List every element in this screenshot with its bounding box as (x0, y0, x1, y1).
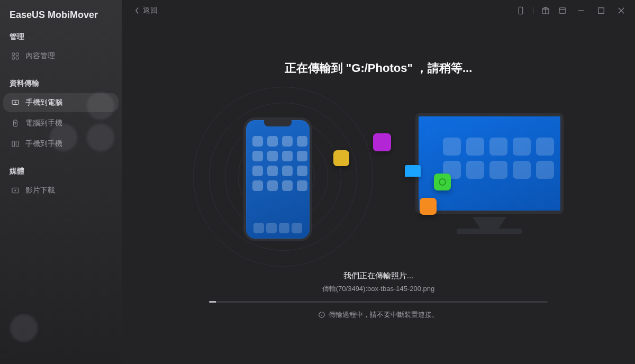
phone-to-phone-icon (11, 139, 20, 149)
grid-icon (11, 51, 20, 61)
sidebar-item-video-download[interactable]: 影片下載 (3, 181, 119, 200)
svg-rect-2 (12, 57, 15, 59)
pc-to-phone-icon (11, 119, 20, 128)
flying-tile-yellow (333, 150, 349, 166)
video-download-icon (11, 186, 20, 195)
warning-text: 傳輸過程中，請不要中斷裝置連接。 (329, 310, 439, 320)
sidebar-item-label: 手機到電腦 (25, 98, 62, 107)
back-button[interactable]: 返回 (134, 6, 158, 15)
section-manage: 管理 (0, 21, 122, 45)
titlebar: 返回 (122, 0, 635, 21)
flying-tile-purple (373, 133, 391, 151)
svg-rect-7 (16, 141, 19, 147)
sidebar-item-phone-to-pc[interactable]: 手機到電腦 (3, 93, 119, 112)
status-block: 我們正在傳輸照片... 傳輸(70/3494):box-tbas-145-200… (122, 271, 635, 320)
sidebar-item-phone-to-phone[interactable]: 手機到手機 (3, 134, 119, 153)
minimize-button[interactable] (575, 6, 587, 15)
monitor-base (457, 229, 522, 234)
phone-to-pc-icon (11, 98, 20, 107)
sidebar: EaseUS MobiMover 管理 內容管理 資料傳輸 手機到電腦 電腦到手… (0, 0, 122, 364)
transfer-headline: 正在傳輸到 "G:/Photos" ，請稍等... (122, 60, 635, 76)
flying-tile-green (434, 174, 451, 190)
svg-rect-1 (16, 53, 19, 56)
monitor-illustration (415, 113, 564, 214)
section-transfer: 資料傳輸 (0, 67, 122, 92)
device-icon[interactable] (516, 6, 525, 15)
chevron-left-icon (134, 7, 140, 14)
sidebar-item-content-manage[interactable]: 內容管理 (3, 47, 119, 66)
status-detail: 傳輸(70/3494):box-tbas-145-200.png (122, 284, 635, 294)
flying-tile-blue (405, 165, 421, 177)
main-panel: 返回 正在傳輸到 "G:/Photos" ，請稍等... (122, 0, 635, 364)
app-brand: EaseUS MobiMover (0, 0, 122, 21)
flying-tile-orange (420, 198, 437, 215)
menu-icon[interactable] (558, 6, 567, 15)
transfer-graphic (193, 108, 564, 245)
separator (533, 7, 533, 14)
status-title: 我們正在傳輸照片... (122, 271, 635, 281)
gift-icon[interactable] (541, 6, 550, 15)
sidebar-item-label: 電腦到手機 (25, 119, 62, 128)
content: 正在傳輸到 "G:/Photos" ，請稍等... 我們正在傳輸照片... (122, 21, 635, 364)
sidebar-item-label: 內容管理 (25, 51, 55, 61)
sidebar-item-label: 影片下載 (25, 186, 55, 195)
svg-rect-10 (559, 8, 566, 14)
svg-rect-11 (598, 8, 604, 14)
progress-fill (209, 301, 216, 303)
monitor-stand (473, 217, 506, 230)
sidebar-item-label: 手機到手機 (25, 139, 62, 149)
section-media: 媒體 (0, 155, 122, 179)
titlebar-actions (516, 6, 628, 15)
info-icon (318, 311, 325, 319)
back-label: 返回 (143, 6, 158, 15)
svg-rect-3 (16, 57, 19, 59)
sidebar-item-pc-to-phone[interactable]: 電腦到手機 (3, 114, 119, 133)
progress-bar (209, 301, 548, 303)
maximize-button[interactable] (595, 6, 607, 15)
close-button[interactable] (615, 6, 628, 15)
svg-rect-9 (519, 7, 523, 14)
phone-illustration (243, 117, 312, 241)
warning-row: 傳輸過程中，請不要中斷裝置連接。 (122, 310, 635, 320)
svg-rect-6 (12, 141, 15, 147)
svg-rect-0 (12, 53, 15, 56)
